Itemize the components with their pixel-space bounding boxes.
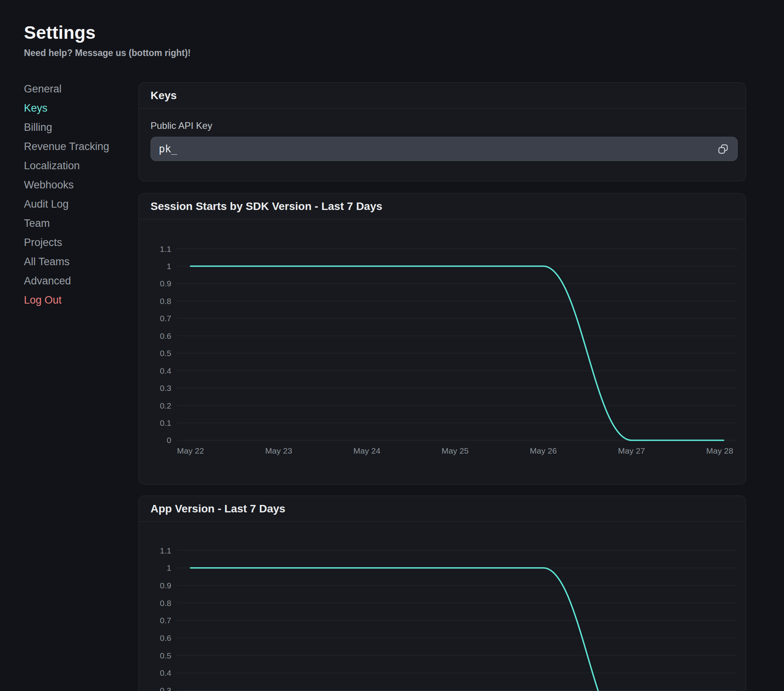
sidebar-item-keys[interactable]: Keys xyxy=(24,99,126,118)
app-version-chart-card: App Version - Last 7 Days 1.110.90.80.70… xyxy=(138,496,746,691)
sidebar-item-advanced[interactable]: Advanced xyxy=(24,271,126,291)
sidebar-item-webhooks[interactable]: Webhooks xyxy=(24,175,126,195)
sidebar-item-all-teams[interactable]: All Teams xyxy=(24,252,126,271)
svg-text:May 28: May 28 xyxy=(706,446,733,455)
svg-text:0: 0 xyxy=(167,436,171,445)
svg-text:0.7: 0.7 xyxy=(160,616,171,625)
svg-text:May 22: May 22 xyxy=(177,446,204,455)
page-subtitle: Need help? Message us (bottom right)! xyxy=(24,48,191,58)
sidebar-item-team[interactable]: Team xyxy=(24,214,126,233)
svg-text:May 23: May 23 xyxy=(265,446,292,455)
keys-card-title: Keys xyxy=(139,83,746,109)
public-api-key-value: pk_ xyxy=(159,143,177,155)
app-version-chart: 1.110.90.80.70.60.50.40.30.20.10May 22Ma… xyxy=(139,522,746,691)
svg-text:0.9: 0.9 xyxy=(160,279,171,288)
svg-text:0.3: 0.3 xyxy=(160,686,171,691)
public-api-key-label: Public API Key xyxy=(151,120,746,131)
svg-text:0.1: 0.1 xyxy=(160,418,171,427)
svg-text:0.7: 0.7 xyxy=(160,314,171,323)
svg-text:May 26: May 26 xyxy=(530,446,557,455)
copy-icon xyxy=(718,144,728,154)
svg-text:0.5: 0.5 xyxy=(160,651,171,660)
svg-text:0.4: 0.4 xyxy=(160,668,172,677)
svg-text:0.5: 0.5 xyxy=(160,349,171,358)
keys-card: Keys Public API Key pk_ xyxy=(138,82,746,181)
svg-text:0.8: 0.8 xyxy=(160,599,171,608)
svg-text:0.3: 0.3 xyxy=(160,383,171,393)
sidebar-item-localization[interactable]: Localization xyxy=(24,156,126,175)
svg-text:0.6: 0.6 xyxy=(160,331,171,340)
svg-text:0.2: 0.2 xyxy=(160,401,171,410)
svg-text:1.1: 1.1 xyxy=(160,546,171,555)
keys-card-body: Public API Key pk_ xyxy=(139,120,746,161)
sidebar-item-billing[interactable]: Billing xyxy=(24,118,126,137)
svg-text:May 25: May 25 xyxy=(442,446,469,455)
svg-text:1: 1 xyxy=(167,262,171,271)
svg-text:0.8: 0.8 xyxy=(160,297,171,306)
sdk-version-chart: 1.110.90.80.70.60.50.40.30.20.10May 22Ma… xyxy=(139,219,746,485)
svg-text:1.1: 1.1 xyxy=(160,244,171,253)
svg-text:1: 1 xyxy=(167,563,171,572)
svg-text:0.9: 0.9 xyxy=(160,581,171,590)
page-title: Settings xyxy=(24,22,96,43)
sidebar-item-audit-log[interactable]: Audit Log xyxy=(24,195,126,214)
copy-api-key-button[interactable] xyxy=(715,141,731,157)
sidebar-item-revenue-tracking[interactable]: Revenue Tracking xyxy=(24,137,126,156)
sidebar-item-log-out[interactable]: Log Out xyxy=(24,291,126,310)
svg-text:May 24: May 24 xyxy=(354,446,381,455)
sdk-version-chart-card: Session Starts by SDK Version - Last 7 D… xyxy=(138,193,746,485)
sidebar-item-projects[interactable]: Projects xyxy=(24,233,126,252)
app-version-chart-title: App Version - Last 7 Days xyxy=(139,496,746,522)
svg-text:0.4: 0.4 xyxy=(160,366,172,375)
settings-nav: GeneralKeysBillingRevenue TrackingLocali… xyxy=(24,80,126,310)
sidebar-item-general[interactable]: General xyxy=(24,80,126,99)
svg-text:May 27: May 27 xyxy=(618,446,645,455)
public-api-key-input[interactable]: pk_ xyxy=(151,137,738,161)
sdk-version-chart-title: Session Starts by SDK Version - Last 7 D… xyxy=(139,194,746,219)
svg-text:0.6: 0.6 xyxy=(160,633,171,642)
